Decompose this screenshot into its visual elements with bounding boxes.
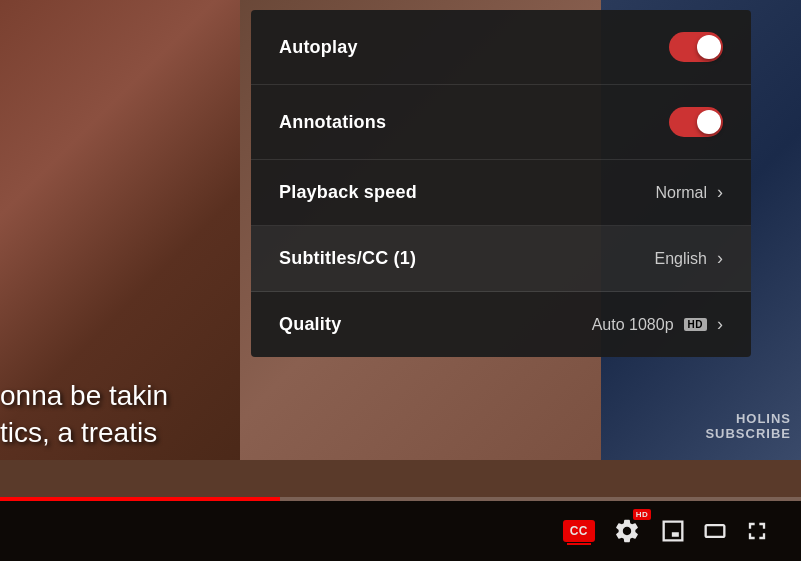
autoplay-toggle[interactable] bbox=[669, 32, 723, 62]
autoplay-toggle-track bbox=[669, 32, 723, 62]
settings-gear-button[interactable]: HD bbox=[609, 513, 645, 549]
settings-row-annotations[interactable]: Annotations bbox=[251, 85, 751, 160]
quality-chevron: › bbox=[717, 314, 723, 335]
miniplayer-button[interactable] bbox=[659, 517, 687, 545]
cc-button[interactable]: CC bbox=[563, 520, 595, 542]
playback-speed-text: Normal bbox=[655, 184, 707, 202]
annotations-toggle-track bbox=[669, 107, 723, 137]
subtitles-text: English bbox=[655, 250, 707, 268]
settings-row-autoplay[interactable]: Autoplay bbox=[251, 10, 751, 85]
playback-speed-value: Normal › bbox=[655, 182, 723, 203]
annotations-toggle-area[interactable] bbox=[669, 107, 723, 137]
subtitles-value: English › bbox=[655, 248, 723, 269]
subtitles-chevron: › bbox=[717, 248, 723, 269]
theater-mode-icon bbox=[701, 517, 729, 545]
playback-speed-label: Playback speed bbox=[279, 182, 417, 203]
fullscreen-button[interactable] bbox=[743, 517, 771, 545]
quality-value: Auto 1080p HD › bbox=[592, 314, 723, 335]
annotations-toggle-thumb bbox=[697, 110, 721, 134]
theater-mode-button[interactable] bbox=[701, 517, 729, 545]
cc-label[interactable]: CC bbox=[563, 520, 595, 542]
cc-underline bbox=[567, 543, 591, 545]
annotations-label: Annotations bbox=[279, 112, 386, 133]
fullscreen-icon bbox=[743, 517, 771, 545]
settings-row-subtitles[interactable]: Subtitles/CC (1) English › bbox=[251, 226, 751, 292]
gear-hd-badge: HD bbox=[633, 509, 651, 520]
subtitles-label: Subtitles/CC (1) bbox=[279, 248, 416, 269]
annotations-toggle[interactable] bbox=[669, 107, 723, 137]
controls-bar: CC HD bbox=[0, 501, 801, 561]
quality-label: Quality bbox=[279, 314, 341, 335]
playback-speed-chevron: › bbox=[717, 182, 723, 203]
settings-row-quality[interactable]: Quality Auto 1080p HD › bbox=[251, 292, 751, 357]
autoplay-toggle-thumb bbox=[697, 35, 721, 59]
settings-gear-icon bbox=[613, 517, 641, 545]
autoplay-label: Autoplay bbox=[279, 37, 358, 58]
settings-panel: Autoplay Annotations Playback speed Norm… bbox=[251, 10, 751, 357]
quality-hd-badge: HD bbox=[684, 318, 707, 331]
settings-row-playback-speed[interactable]: Playback speed Normal › bbox=[251, 160, 751, 226]
miniplayer-icon bbox=[659, 517, 687, 545]
subtitle-overlay: onna be takin tics, a treatis bbox=[0, 378, 168, 451]
autoplay-toggle-area[interactable] bbox=[669, 32, 723, 62]
channel-watermark: HOLINS SUBSCRIBE bbox=[705, 411, 791, 441]
quality-text: Auto 1080p bbox=[592, 316, 674, 334]
